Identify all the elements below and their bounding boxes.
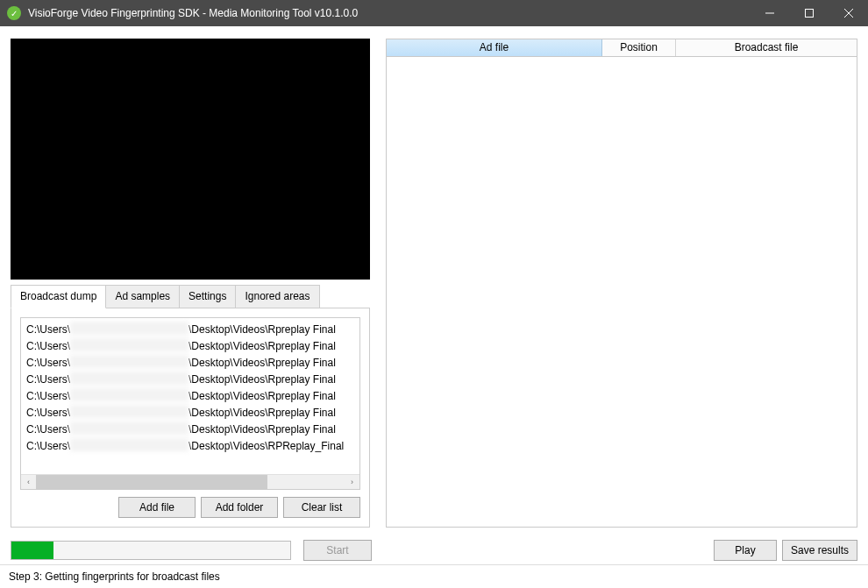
results-table-header: Ad file Position Broadcast file [386,39,857,57]
list-item[interactable]: C:\Users\\Desktop\Videos\RPReplay_Final [26,438,359,455]
tab-settings[interactable]: Settings [179,285,236,308]
list-item[interactable]: C:\Users\\Desktop\Videos\Rpreplay Final [26,405,359,422]
minimize-button[interactable] [750,0,789,26]
tab-panel-broadcast-dump: C:\Users\\Desktop\Videos\Rpreplay FinalC… [11,308,370,528]
redacted-username [70,438,189,451]
results-table-body[interactable] [386,57,857,528]
redacted-username [70,355,189,368]
titlebar: ✓ VisioForge Video Fingerprinting SDK - … [0,0,868,26]
redacted-username [70,422,189,435]
horizontal-scrollbar[interactable]: ‹ › [21,474,359,489]
column-ad-file[interactable]: Ad file [387,39,602,56]
tab-strip: Broadcast dump Ad samples Settings Ignor… [11,285,370,308]
save-results-button[interactable]: Save results [782,540,857,561]
redacted-username [70,322,189,335]
list-item[interactable]: C:\Users\\Desktop\Videos\Rpreplay Final [26,372,359,388]
file-list[interactable]: C:\Users\\Desktop\Videos\Rpreplay FinalC… [20,317,360,490]
add-folder-button[interactable]: Add folder [201,497,278,518]
list-item[interactable]: C:\Users\\Desktop\Videos\Rpreplay Final [26,322,359,338]
redacted-username [70,338,189,351]
video-preview [11,39,370,280]
list-item[interactable]: C:\Users\\Desktop\Videos\Rpreplay Final [26,422,359,438]
scroll-right-icon[interactable]: › [345,475,359,489]
column-broadcast-file[interactable]: Broadcast file [676,39,857,56]
redacted-username [70,405,189,418]
left-pane: Broadcast dump Ad samples Settings Ignor… [11,39,370,528]
play-button[interactable]: Play [714,540,777,561]
list-item[interactable]: C:\Users\\Desktop\Videos\Rpreplay Final [26,338,359,355]
app-icon: ✓ [7,6,21,20]
start-button[interactable]: Start [303,540,372,561]
tab-ad-samples[interactable]: Ad samples [105,285,180,308]
progress-bar [11,541,291,560]
clear-list-button[interactable]: Clear list [283,497,360,518]
main-content: Broadcast dump Ad samples Settings Ignor… [0,26,868,531]
redacted-username [70,372,189,385]
maximize-button[interactable] [789,0,829,26]
svg-rect-1 [805,10,813,18]
redacted-username [70,388,189,401]
list-item[interactable]: C:\Users\\Desktop\Videos\Rpreplay Final [26,355,359,372]
add-file-button[interactable]: Add file [118,497,196,518]
column-position[interactable]: Position [602,39,676,56]
status-bar: Step 3: Getting fingerprints for broadca… [0,564,868,588]
tab-broadcast-dump[interactable]: Broadcast dump [11,285,106,308]
scroll-left-icon[interactable]: ‹ [21,475,36,489]
status-text: Step 3: Getting fingerprints for broadca… [9,570,220,583]
tab-ignored-areas[interactable]: Ignored areas [235,285,319,308]
list-item[interactable]: C:\Users\\Desktop\Videos\Rpreplay Final [26,388,359,405]
window-title: VisioForge Video Fingerprinting SDK - Me… [28,7,750,19]
right-pane: Ad file Position Broadcast file [386,39,857,528]
close-button[interactable] [829,0,868,26]
